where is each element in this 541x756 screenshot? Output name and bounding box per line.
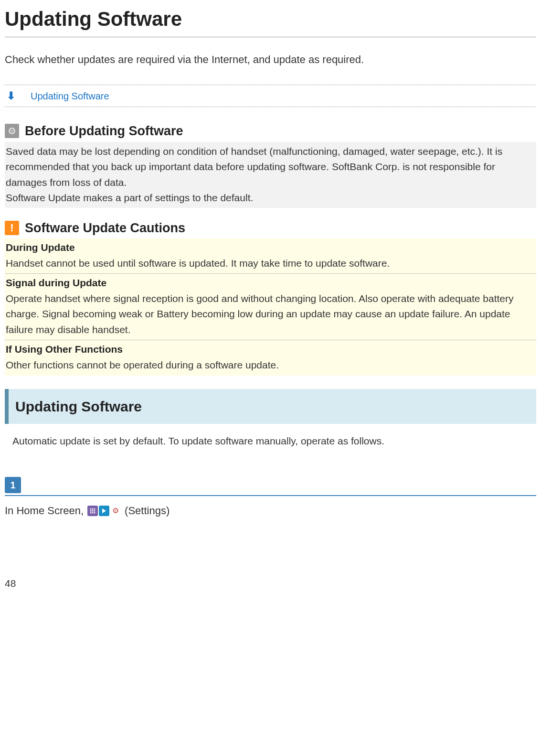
- cautions-box: During Update Handset cannot be used unt…: [5, 238, 536, 375]
- warning-icon: !: [5, 221, 19, 235]
- svg-point-6: [90, 512, 92, 513]
- step-1: 1 In Home Screen, ⚙ (Settings): [5, 477, 536, 518]
- svg-point-8: [94, 512, 95, 513]
- section-header-updating: Updating Software: [5, 389, 536, 424]
- step-suffix: (Settings): [125, 503, 170, 518]
- caution-item: During Update Handset cannot be used unt…: [5, 238, 536, 273]
- svg-point-2: [94, 508, 95, 509]
- before-text-2: Software Update makes a part of settings…: [6, 190, 533, 206]
- inline-icon-group: ⚙: [87, 506, 121, 516]
- caution-item: If Using Other Functions Other functions…: [5, 340, 536, 375]
- svg-point-5: [94, 510, 95, 511]
- svg-point-3: [90, 510, 92, 511]
- step-instruction: In Home Screen, ⚙ (Settings): [5, 503, 536, 518]
- svg-point-7: [92, 512, 94, 513]
- before-box: Saved data may be lost depending on cond…: [5, 142, 536, 208]
- caution-item-title: Signal during Update: [6, 275, 534, 291]
- caution-item-text: Operate handset where signal reception i…: [6, 291, 534, 338]
- caution-item-title: During Update: [6, 240, 534, 256]
- caution-item-title: If Using Other Functions: [6, 342, 534, 357]
- toc-row: ⬇ Updating Software: [5, 85, 536, 107]
- toc-link-updating-software[interactable]: Updating Software: [31, 89, 109, 103]
- caution-item: Signal during Update Operate handset whe…: [5, 274, 536, 340]
- before-section-head: ⚙ Before Updating Software: [5, 121, 536, 141]
- step-prefix: In Home Screen,: [5, 503, 84, 518]
- step-number-badge: 1: [5, 477, 21, 493]
- arrow-down-icon: ⬇: [7, 88, 15, 104]
- apps-grid-icon: [87, 506, 98, 516]
- page-number: 48: [5, 576, 536, 591]
- page-title: Updating Software: [5, 4, 536, 34]
- step-divider: [5, 495, 536, 496]
- cautions-title: Software Update Cautions: [25, 218, 185, 238]
- svg-point-0: [90, 508, 92, 509]
- arrow-right-icon: [99, 506, 109, 516]
- before-text-1: Saved data may be lost depending on cond…: [6, 144, 533, 191]
- svg-point-4: [92, 510, 94, 511]
- cautions-section-head: ! Software Update Cautions: [5, 218, 536, 238]
- caution-item-text: Handset cannot be used until software is…: [6, 256, 534, 271]
- caution-item-text: Other functions cannot be operated durin…: [6, 357, 534, 373]
- section-body-text: Automatic update is set by default. To u…: [12, 433, 536, 449]
- intro-text: Check whether updates are required via t…: [5, 52, 536, 67]
- svg-point-1: [92, 508, 94, 509]
- settings-gear-icon: ⚙: [110, 506, 121, 516]
- gear-icon: ⚙: [5, 124, 19, 138]
- title-divider: [5, 37, 536, 37]
- before-title: Before Updating Software: [25, 121, 183, 141]
